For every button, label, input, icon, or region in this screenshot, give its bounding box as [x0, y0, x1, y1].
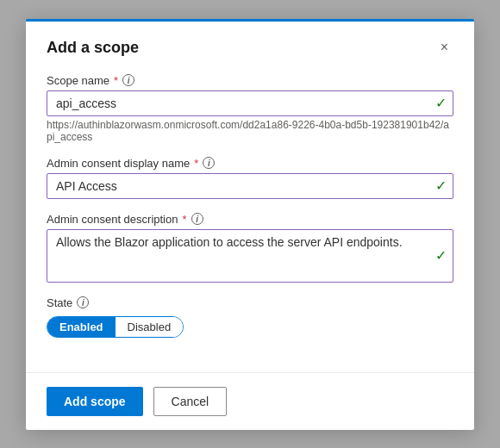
close-button[interactable]: ×	[435, 39, 453, 56]
admin-consent-display-name-field-group: Admin consent display name * i ✓	[47, 157, 453, 199]
state-disabled-option[interactable]: Disabled	[116, 317, 184, 337]
add-scope-button[interactable]: Add scope	[47, 387, 143, 416]
state-section: State i Enabled Disabled	[47, 296, 453, 338]
modal-title: Add a scope	[47, 39, 139, 57]
modal-body: Scope name * i ✓ https://authinblazorwas…	[26, 67, 474, 372]
state-toggle-pill: Enabled Disabled	[47, 316, 184, 338]
admin-consent-description-required: *	[182, 213, 186, 226]
modal-overlay: Add a scope × Scope name * i ✓ https://a…	[0, 0, 500, 448]
state-enabled-option[interactable]: Enabled	[47, 317, 116, 337]
modal-footer: Add scope Cancel	[26, 372, 474, 430]
admin-consent-display-name-input[interactable]	[47, 173, 453, 199]
scope-name-info-icon[interactable]: i	[122, 74, 134, 86]
state-info-icon[interactable]: i	[77, 296, 89, 308]
scope-name-input[interactable]	[47, 90, 453, 116]
admin-consent-display-name-required: *	[194, 157, 198, 170]
scope-name-input-wrapper: ✓	[47, 90, 453, 116]
add-scope-modal: Add a scope × Scope name * i ✓ https://a…	[26, 19, 474, 430]
scope-name-label: Scope name * i	[47, 74, 453, 87]
admin-consent-display-name-input-wrapper: ✓	[47, 173, 453, 199]
state-toggle-group: Enabled Disabled	[47, 316, 453, 338]
modal-header: Add a scope ×	[26, 22, 474, 67]
admin-consent-display-name-info-icon[interactable]: i	[203, 157, 215, 169]
scope-name-field-group: Scope name * i ✓ https://authinblazorwas…	[47, 74, 453, 143]
admin-consent-description-input-wrapper: Allows the Blazor application to access …	[47, 229, 453, 283]
admin-consent-display-name-label: Admin consent display name * i	[47, 157, 453, 170]
state-label: State i	[47, 296, 453, 309]
admin-consent-description-field-group: Admin consent description * i Allows the…	[47, 213, 453, 283]
scope-name-required: *	[114, 74, 118, 87]
cancel-button[interactable]: Cancel	[153, 387, 228, 416]
scope-name-url-hint: https://authinblazorwasm.onmicrosoft.com…	[47, 119, 453, 143]
admin-consent-description-info-icon[interactable]: i	[191, 213, 203, 225]
admin-consent-description-label: Admin consent description * i	[47, 213, 453, 226]
admin-consent-description-input[interactable]: Allows the Blazor application to access …	[47, 229, 453, 283]
